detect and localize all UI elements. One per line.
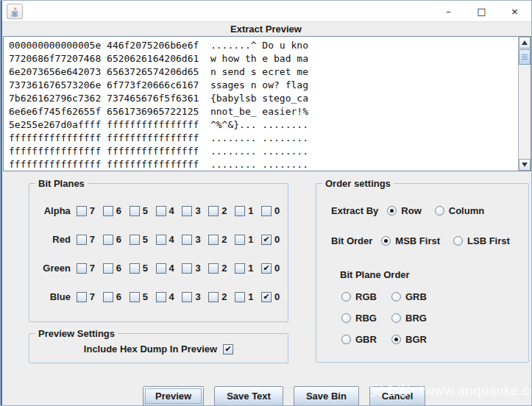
checkbox-green-bit-6[interactable]: 6 — [103, 263, 130, 274]
save-text-button[interactable]: Save Text — [214, 386, 283, 406]
bit-number-label: 3 — [195, 234, 200, 245]
checkbox-red-bit-0[interactable]: ✔0 — [261, 234, 288, 245]
checkbox-green-bit-7[interactable]: 7 — [77, 263, 103, 274]
checkbox-icon — [235, 292, 245, 302]
vertical-scrollbar[interactable] — [518, 37, 531, 171]
bit-number-label: 2 — [221, 263, 227, 274]
channel-label: Red — [37, 234, 71, 245]
scroll-down-button[interactable] — [519, 159, 531, 171]
checkbox-icon — [208, 235, 219, 245]
bit-number-label: 7 — [90, 205, 95, 216]
checkbox-red-bit-4[interactable]: 4 — [156, 234, 182, 245]
checkbox-red-bit-6[interactable]: 6 — [103, 234, 130, 245]
triangle-up-icon — [522, 40, 528, 45]
checkbox-blue-bit-4[interactable]: 4 — [156, 291, 182, 302]
radio-lsb-first[interactable]: LSB First — [453, 235, 510, 246]
checkbox-blue-bit-2[interactable]: 2 — [208, 291, 235, 302]
checkbox-green-bit-4[interactable]: 4 — [156, 263, 182, 274]
checkbox-alpha-bit-1[interactable]: 1 — [235, 205, 261, 216]
checkbox-icon — [156, 206, 166, 216]
minimize-icon[interactable]: – — [432, 1, 465, 21]
checkbox-blue-bit-5[interactable]: 5 — [130, 291, 156, 302]
radio-brg[interactable]: BRG — [391, 313, 427, 324]
checkbox-blue-bit-3[interactable]: 3 — [182, 291, 208, 302]
bit-number-label: 5 — [143, 263, 148, 274]
radio-label: BRG — [405, 313, 427, 324]
checkbox-green-bit-3[interactable]: 3 — [182, 263, 208, 274]
radio-icon — [391, 313, 401, 323]
checkbox-red-bit-2[interactable]: 2 — [208, 234, 235, 245]
checkbox-blue-bit-0[interactable]: ✔0 — [261, 291, 288, 302]
bit-number-label: 2 — [221, 205, 227, 216]
checkbox-icon — [156, 263, 166, 274]
checkbox-alpha-bit-7[interactable]: 7 — [77, 205, 103, 216]
checkbox-icon: ✔ — [261, 235, 272, 245]
checkbox-green-bit-1[interactable]: 1 — [235, 263, 261, 274]
extract-by-options: RowColumn — [387, 205, 484, 216]
save-bin-button[interactable]: Save Bin — [294, 386, 359, 406]
cancel-button[interactable]: Cancel — [369, 386, 426, 406]
radio-rbg[interactable]: RBG — [341, 313, 391, 324]
bit-order-label: Bit Order — [331, 235, 372, 246]
hex-dump-text[interactable]: 000000000000005e 446f2075206b6e6f ......… — [4, 37, 518, 171]
checkbox-red-bit-7[interactable]: 7 — [77, 234, 103, 245]
radio-icon — [341, 292, 351, 302]
include-hex-label: Include Hex Dump In Preview — [84, 343, 217, 355]
bit-number-label: 5 — [143, 291, 148, 302]
checkbox-green-bit-0[interactable]: ✔0 — [261, 263, 288, 274]
checkbox-green-bit-5[interactable]: 5 — [130, 263, 156, 274]
radio-bgr[interactable]: BGR — [391, 334, 427, 345]
radio-row[interactable]: Row — [387, 205, 421, 216]
radio-grb[interactable]: GRB — [391, 291, 427, 302]
checkbox-alpha-bit-4[interactable]: 4 — [156, 205, 182, 216]
checkbox-icon — [156, 235, 166, 245]
radio-rgb[interactable]: RGB — [341, 291, 391, 302]
bit-number-label: 6 — [116, 291, 121, 302]
radio-label: RBG — [355, 313, 377, 324]
checkbox-alpha-bit-6[interactable]: 6 — [103, 205, 130, 216]
bit-number-label: 2 — [221, 234, 227, 245]
checkbox-red-bit-3[interactable]: 3 — [182, 234, 208, 245]
checkbox-blue-bit-7[interactable]: 7 — [77, 291, 103, 302]
checkbox-icon — [103, 292, 113, 302]
checkbox-alpha-bit-3[interactable]: 3 — [182, 205, 208, 216]
bit-number-label: 3 — [195, 263, 200, 274]
close-icon[interactable]: × — [498, 1, 531, 21]
bit-planes-title: Bit Planes — [35, 177, 88, 190]
radio-column[interactable]: Column — [435, 205, 484, 216]
radio-label: Column — [449, 205, 484, 216]
action-buttons: PreviewSave TextSave BinCancel — [143, 386, 425, 406]
checkbox-alpha-bit-5[interactable]: 5 — [130, 205, 156, 216]
checkbox-red-bit-1[interactable]: 1 — [235, 234, 261, 245]
checkbox-icon — [130, 292, 140, 302]
scrollbar-thumb[interactable] — [519, 49, 531, 65]
checkbox-icon — [130, 235, 140, 245]
checkbox-blue-bit-6[interactable]: 6 — [103, 291, 130, 302]
maximize-icon[interactable]: □ — [465, 1, 498, 21]
java-app-icon[interactable] — [7, 4, 23, 19]
bit-number-label: 1 — [248, 263, 253, 274]
bit-plane-order-label: Bit Plane Order — [340, 269, 410, 280]
radio-icon — [391, 335, 401, 344]
bit-number-label: 7 — [90, 291, 95, 302]
radio-gbr[interactable]: GBR — [341, 334, 391, 345]
radio-label: LSB First — [467, 235, 510, 246]
checkbox-blue-bit-1[interactable]: 1 — [235, 291, 261, 302]
scroll-up-button[interactable] — [519, 37, 531, 49]
checkbox-icon — [208, 292, 219, 302]
bit-number-label: 4 — [169, 234, 174, 245]
bit-plane-order-options: RGBGRBRBGBRGGBRBGR — [341, 291, 427, 345]
window-controls: – □ × — [432, 1, 531, 21]
checkbox-green-bit-2[interactable]: 2 — [208, 263, 235, 274]
radio-msb-first[interactable]: MSB First — [381, 235, 440, 246]
bit-number-label: 3 — [195, 205, 200, 216]
checkbox-alpha-bit-2[interactable]: 2 — [208, 205, 235, 216]
channel-label: Blue — [37, 291, 71, 302]
bit-number-label: 0 — [274, 263, 280, 274]
preview-button[interactable]: Preview — [143, 386, 204, 406]
checkbox-alpha-bit-0[interactable]: 0 — [261, 205, 288, 216]
checkbox-red-bit-5[interactable]: 5 — [130, 234, 156, 245]
include-hex-dump-checkbox[interactable]: ✔ — [223, 344, 233, 355]
radio-label: RGB — [355, 291, 377, 302]
radio-icon — [391, 292, 401, 302]
